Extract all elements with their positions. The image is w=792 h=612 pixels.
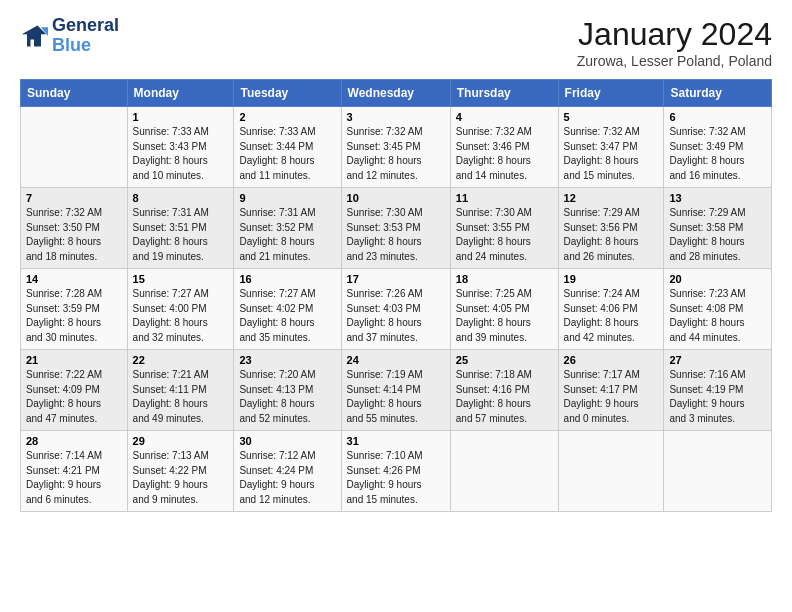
day-cell: 16Sunrise: 7:27 AM Sunset: 4:02 PM Dayli… <box>234 269 341 350</box>
logo-icon <box>20 22 48 50</box>
day-info: Sunrise: 7:33 AM Sunset: 3:44 PM Dayligh… <box>239 125 335 183</box>
day-number: 19 <box>564 273 659 285</box>
day-number: 6 <box>669 111 766 123</box>
day-cell: 2Sunrise: 7:33 AM Sunset: 3:44 PM Daylig… <box>234 107 341 188</box>
day-info: Sunrise: 7:26 AM Sunset: 4:03 PM Dayligh… <box>347 287 445 345</box>
day-cell: 28Sunrise: 7:14 AM Sunset: 4:21 PM Dayli… <box>21 431 128 512</box>
day-cell <box>664 431 772 512</box>
day-info: Sunrise: 7:32 AM Sunset: 3:49 PM Dayligh… <box>669 125 766 183</box>
day-cell: 31Sunrise: 7:10 AM Sunset: 4:26 PM Dayli… <box>341 431 450 512</box>
day-cell: 13Sunrise: 7:29 AM Sunset: 3:58 PM Dayli… <box>664 188 772 269</box>
day-info: Sunrise: 7:14 AM Sunset: 4:21 PM Dayligh… <box>26 449 122 507</box>
day-info: Sunrise: 7:29 AM Sunset: 3:58 PM Dayligh… <box>669 206 766 264</box>
day-info: Sunrise: 7:30 AM Sunset: 3:55 PM Dayligh… <box>456 206 553 264</box>
day-cell: 30Sunrise: 7:12 AM Sunset: 4:24 PM Dayli… <box>234 431 341 512</box>
day-info: Sunrise: 7:21 AM Sunset: 4:11 PM Dayligh… <box>133 368 229 426</box>
day-number: 18 <box>456 273 553 285</box>
logo-line2: Blue <box>52 35 91 55</box>
day-cell: 22Sunrise: 7:21 AM Sunset: 4:11 PM Dayli… <box>127 350 234 431</box>
day-number: 31 <box>347 435 445 447</box>
header-wednesday: Wednesday <box>341 80 450 107</box>
calendar-header-row: SundayMondayTuesdayWednesdayThursdayFrid… <box>21 80 772 107</box>
day-number: 24 <box>347 354 445 366</box>
day-number: 27 <box>669 354 766 366</box>
day-cell: 25Sunrise: 7:18 AM Sunset: 4:16 PM Dayli… <box>450 350 558 431</box>
day-info: Sunrise: 7:31 AM Sunset: 3:52 PM Dayligh… <box>239 206 335 264</box>
day-number: 14 <box>26 273 122 285</box>
day-number: 8 <box>133 192 229 204</box>
week-row-1: 1Sunrise: 7:33 AM Sunset: 3:43 PM Daylig… <box>21 107 772 188</box>
day-number: 23 <box>239 354 335 366</box>
logo: General Blue <box>20 16 119 56</box>
day-cell: 11Sunrise: 7:30 AM Sunset: 3:55 PM Dayli… <box>450 188 558 269</box>
day-number: 4 <box>456 111 553 123</box>
day-info: Sunrise: 7:22 AM Sunset: 4:09 PM Dayligh… <box>26 368 122 426</box>
day-number: 11 <box>456 192 553 204</box>
day-number: 5 <box>564 111 659 123</box>
day-number: 25 <box>456 354 553 366</box>
week-row-5: 28Sunrise: 7:14 AM Sunset: 4:21 PM Dayli… <box>21 431 772 512</box>
day-cell <box>558 431 664 512</box>
week-row-3: 14Sunrise: 7:28 AM Sunset: 3:59 PM Dayli… <box>21 269 772 350</box>
day-cell: 7Sunrise: 7:32 AM Sunset: 3:50 PM Daylig… <box>21 188 128 269</box>
day-info: Sunrise: 7:31 AM Sunset: 3:51 PM Dayligh… <box>133 206 229 264</box>
week-row-2: 7Sunrise: 7:32 AM Sunset: 3:50 PM Daylig… <box>21 188 772 269</box>
day-cell: 6Sunrise: 7:32 AM Sunset: 3:49 PM Daylig… <box>664 107 772 188</box>
day-number: 17 <box>347 273 445 285</box>
day-info: Sunrise: 7:24 AM Sunset: 4:06 PM Dayligh… <box>564 287 659 345</box>
day-cell: 21Sunrise: 7:22 AM Sunset: 4:09 PM Dayli… <box>21 350 128 431</box>
title-block: January 2024 Zurowa, Lesser Poland, Pola… <box>577 16 772 69</box>
day-info: Sunrise: 7:32 AM Sunset: 3:46 PM Dayligh… <box>456 125 553 183</box>
day-number: 2 <box>239 111 335 123</box>
day-info: Sunrise: 7:13 AM Sunset: 4:22 PM Dayligh… <box>133 449 229 507</box>
day-info: Sunrise: 7:27 AM Sunset: 4:02 PM Dayligh… <box>239 287 335 345</box>
day-cell: 1Sunrise: 7:33 AM Sunset: 3:43 PM Daylig… <box>127 107 234 188</box>
day-number: 9 <box>239 192 335 204</box>
day-info: Sunrise: 7:30 AM Sunset: 3:53 PM Dayligh… <box>347 206 445 264</box>
day-cell: 23Sunrise: 7:20 AM Sunset: 4:13 PM Dayli… <box>234 350 341 431</box>
day-cell: 19Sunrise: 7:24 AM Sunset: 4:06 PM Dayli… <box>558 269 664 350</box>
day-number: 28 <box>26 435 122 447</box>
day-cell: 9Sunrise: 7:31 AM Sunset: 3:52 PM Daylig… <box>234 188 341 269</box>
header-friday: Friday <box>558 80 664 107</box>
day-number: 22 <box>133 354 229 366</box>
day-info: Sunrise: 7:19 AM Sunset: 4:14 PM Dayligh… <box>347 368 445 426</box>
day-info: Sunrise: 7:12 AM Sunset: 4:24 PM Dayligh… <box>239 449 335 507</box>
day-info: Sunrise: 7:17 AM Sunset: 4:17 PM Dayligh… <box>564 368 659 426</box>
day-info: Sunrise: 7:20 AM Sunset: 4:13 PM Dayligh… <box>239 368 335 426</box>
header-thursday: Thursday <box>450 80 558 107</box>
day-number: 3 <box>347 111 445 123</box>
day-cell: 10Sunrise: 7:30 AM Sunset: 3:53 PM Dayli… <box>341 188 450 269</box>
day-number: 21 <box>26 354 122 366</box>
day-cell <box>21 107 128 188</box>
day-cell: 8Sunrise: 7:31 AM Sunset: 3:51 PM Daylig… <box>127 188 234 269</box>
day-info: Sunrise: 7:32 AM Sunset: 3:50 PM Dayligh… <box>26 206 122 264</box>
day-number: 1 <box>133 111 229 123</box>
day-cell: 29Sunrise: 7:13 AM Sunset: 4:22 PM Dayli… <box>127 431 234 512</box>
day-cell: 14Sunrise: 7:28 AM Sunset: 3:59 PM Dayli… <box>21 269 128 350</box>
header-sunday: Sunday <box>21 80 128 107</box>
day-cell: 15Sunrise: 7:27 AM Sunset: 4:00 PM Dayli… <box>127 269 234 350</box>
location: Zurowa, Lesser Poland, Poland <box>577 53 772 69</box>
logo-text: General Blue <box>52 16 119 56</box>
day-number: 15 <box>133 273 229 285</box>
day-cell: 3Sunrise: 7:32 AM Sunset: 3:45 PM Daylig… <box>341 107 450 188</box>
calendar-body: 1Sunrise: 7:33 AM Sunset: 3:43 PM Daylig… <box>21 107 772 512</box>
day-info: Sunrise: 7:28 AM Sunset: 3:59 PM Dayligh… <box>26 287 122 345</box>
page-header: General Blue January 2024 Zurowa, Lesser… <box>20 16 772 69</box>
day-number: 29 <box>133 435 229 447</box>
day-cell: 5Sunrise: 7:32 AM Sunset: 3:47 PM Daylig… <box>558 107 664 188</box>
month-title: January 2024 <box>577 16 772 53</box>
day-cell: 24Sunrise: 7:19 AM Sunset: 4:14 PM Dayli… <box>341 350 450 431</box>
day-info: Sunrise: 7:32 AM Sunset: 3:47 PM Dayligh… <box>564 125 659 183</box>
day-cell: 12Sunrise: 7:29 AM Sunset: 3:56 PM Dayli… <box>558 188 664 269</box>
day-info: Sunrise: 7:32 AM Sunset: 3:45 PM Dayligh… <box>347 125 445 183</box>
day-number: 7 <box>26 192 122 204</box>
day-info: Sunrise: 7:27 AM Sunset: 4:00 PM Dayligh… <box>133 287 229 345</box>
day-info: Sunrise: 7:10 AM Sunset: 4:26 PM Dayligh… <box>347 449 445 507</box>
day-cell: 20Sunrise: 7:23 AM Sunset: 4:08 PM Dayli… <box>664 269 772 350</box>
day-info: Sunrise: 7:33 AM Sunset: 3:43 PM Dayligh… <box>133 125 229 183</box>
day-cell <box>450 431 558 512</box>
day-info: Sunrise: 7:16 AM Sunset: 4:19 PM Dayligh… <box>669 368 766 426</box>
day-info: Sunrise: 7:23 AM Sunset: 4:08 PM Dayligh… <box>669 287 766 345</box>
